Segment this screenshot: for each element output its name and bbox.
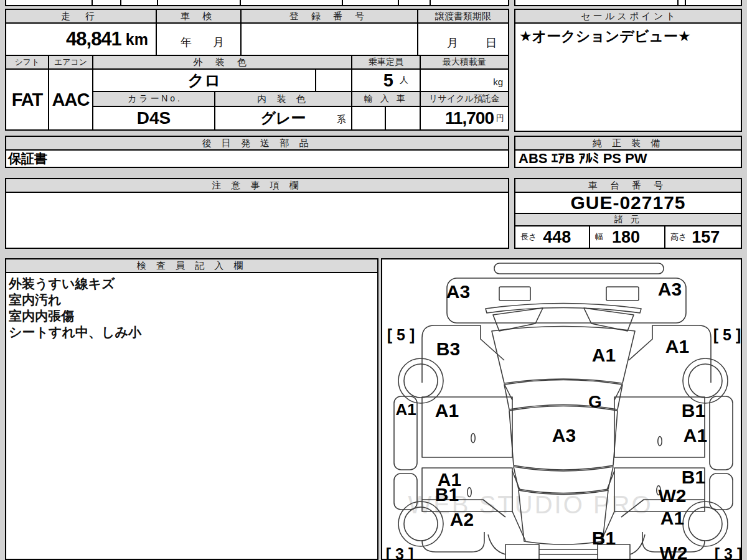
cautions-panel: 注 意 事 項 欄 xyxy=(5,178,509,249)
damage-code-label: B1 xyxy=(435,484,459,505)
equipment-panel: 純 正 装 備 ABS ｴｱB ｱﾙﾐ PS PW xyxy=(514,136,742,168)
shift-value-cell: FAT xyxy=(6,70,49,129)
cautions-header-label: 注 意 事 項 欄 xyxy=(212,180,303,192)
damage-code-label: A1 xyxy=(592,345,616,365)
deadline-header-label: 譲渡書類期限 xyxy=(435,11,491,22)
mileage-unit: km xyxy=(126,30,148,49)
deadline-day-label: 日 xyxy=(486,35,497,50)
capacity-header-label: 乗車定員 xyxy=(369,57,403,68)
later-parts-value: 保証書 xyxy=(8,150,47,167)
damage-code-label: A3 xyxy=(552,425,576,446)
sales-point-panel: セ ー ル ス ポ イ ン ト ★オークションデビュー★ xyxy=(514,9,742,132)
sales-point-header: セ ー ル ス ポ イ ン ト xyxy=(515,10,741,24)
interior-color-suffix: 系 xyxy=(337,114,346,126)
inspector-note-line: 室内内張傷 xyxy=(9,308,377,324)
cutoff-row-right xyxy=(514,0,742,6)
shaken-header-label: 車 検 xyxy=(181,11,217,22)
inspector-note-line: シートすれ中、しみ小 xyxy=(9,324,377,340)
color-no-header-label: カ ラ ー N o . xyxy=(128,93,180,105)
shift-value: FAT xyxy=(12,90,43,110)
damage-code-label: A1 xyxy=(684,425,707,446)
damage-code-label: [ 3 ] xyxy=(386,545,413,559)
later-parts-body: 保証書 xyxy=(6,151,508,167)
inspector-notes-header-label: 検 査 員 記 入 欄 xyxy=(137,260,247,272)
maxload-header-label: 最大積載量 xyxy=(443,57,486,68)
shift-header-label: シフト xyxy=(15,57,40,68)
damage-code-label: W2 xyxy=(660,543,688,559)
damage-code-label: A1 xyxy=(660,508,684,528)
registration-value-cell xyxy=(242,24,418,56)
aircon-value: AAC xyxy=(52,90,90,110)
capacity-value: 5 xyxy=(383,70,393,91)
import-value-cell-1 xyxy=(352,107,386,129)
specs-header: 諸 元 xyxy=(515,214,741,226)
damage-code-label: [ 3 ] xyxy=(715,545,741,559)
divider xyxy=(398,0,399,5)
inspector-note-line: 外装うすい線キズ xyxy=(9,276,377,292)
damage-code-label: G xyxy=(588,392,602,411)
damage-code-label: A1 xyxy=(395,400,416,419)
later-parts-panel: 後 日 発 送 部 品 保証書 xyxy=(5,136,509,168)
interior-color-value: グレー xyxy=(260,108,306,128)
chassis-header-label: 車 台 番 号 xyxy=(588,180,669,192)
recycle-header-label: リサイクル預託金 xyxy=(429,93,500,105)
vehicle-info-table: 走 行 車 検 登 録 番 号 譲渡書類期限 48,841 km 年 月 月 日… xyxy=(5,9,509,131)
damage-code-label: B1 xyxy=(682,467,705,487)
maxload-header: 最大積載量 xyxy=(421,56,508,70)
color-no-header: カ ラ ー N o . xyxy=(93,92,215,107)
equipment-body: ABS ｴｱB ｱﾙﾐ PS PW xyxy=(515,151,741,167)
interior-color-value-cell: グレー 系 xyxy=(215,107,352,129)
damage-code-label: A1 xyxy=(665,336,689,357)
sales-point-text: ★オークションデビュー★ xyxy=(519,28,691,44)
chassis-value-cell: GUE-027175 xyxy=(515,193,741,214)
chassis-header: 車 台 番 号 xyxy=(515,179,741,193)
later-parts-header-label: 後 日 発 送 部 品 xyxy=(202,138,312,149)
capacity-unit: 人 xyxy=(400,75,408,86)
chassis-panel: 車 台 番 号 GUE-027175 諸 元 長さ 448 幅 180 高さ 1… xyxy=(514,178,742,249)
cutoff-row-left xyxy=(5,0,509,6)
damage-code-label: A2 xyxy=(450,509,474,530)
inspector-note-line: 室内汚れ xyxy=(9,292,377,308)
divider xyxy=(677,0,679,5)
equipment-header: 純 正 装 備 xyxy=(515,137,741,151)
auction-sheet: { "colors":{ "page_bg":"#d2d2d2", "heade… xyxy=(0,0,747,560)
recycle-value-cell: 11,700 円 xyxy=(421,107,508,129)
damage-code-label: [ 5 ] xyxy=(387,326,415,343)
color-no-value-cell: D4S xyxy=(93,107,215,129)
aircon-header-label: エアコン xyxy=(54,57,87,68)
specs-header-label: 諸 元 xyxy=(614,214,642,225)
chassis-value: GUE-027175 xyxy=(570,192,685,213)
shift-header: シフト xyxy=(6,56,49,70)
inspector-notes-header: 検 査 員 記 入 欄 xyxy=(6,259,377,273)
import-value-cell-2 xyxy=(386,107,421,129)
aircon-value-cell: AAC xyxy=(49,70,93,129)
shaken-month-label: 月 xyxy=(213,35,224,50)
divider xyxy=(430,0,431,5)
deadline-header: 譲渡書類期限 xyxy=(418,10,508,24)
spec-width-value: 180 xyxy=(612,228,640,247)
spec-height-value: 157 xyxy=(692,228,720,247)
exterior-color-sub-cell xyxy=(316,70,352,92)
divider xyxy=(342,0,343,5)
damage-code-label: B1 xyxy=(592,528,616,548)
divider xyxy=(92,0,93,5)
aircon-header: エアコン xyxy=(49,56,93,70)
shaken-year-label: 年 xyxy=(181,35,192,50)
exterior-color-value: クロ xyxy=(187,70,220,91)
divider xyxy=(120,0,121,5)
sales-point-body: ★オークションデビュー★ xyxy=(515,24,741,131)
car-top-view-diagram: WEB STUDIO PRO xyxy=(382,259,741,559)
maxload-unit: kg xyxy=(493,77,503,87)
registration-header-label: 登 録 番 号 xyxy=(289,11,370,22)
equipment-value: ABS ｴｱB ｱﾙﾐ PS PW xyxy=(519,151,647,167)
cautions-body xyxy=(6,193,508,248)
inspector-notes-body: 外装うすい線キズ室内汚れ室内内張傷シートすれ中、しみ小 xyxy=(6,276,377,559)
damage-code-label: [ 5 ] xyxy=(713,326,741,343)
damage-code-label: A3 xyxy=(658,279,682,299)
damage-code-label: B3 xyxy=(436,338,460,359)
spec-height-cell: 高さ 157 xyxy=(665,226,741,248)
exterior-color-value-cell: クロ xyxy=(93,70,316,92)
mileage-header: 走 行 xyxy=(6,10,157,24)
spec-length-value: 448 xyxy=(543,228,571,247)
shaken-value-cell: 年 月 xyxy=(157,24,242,56)
